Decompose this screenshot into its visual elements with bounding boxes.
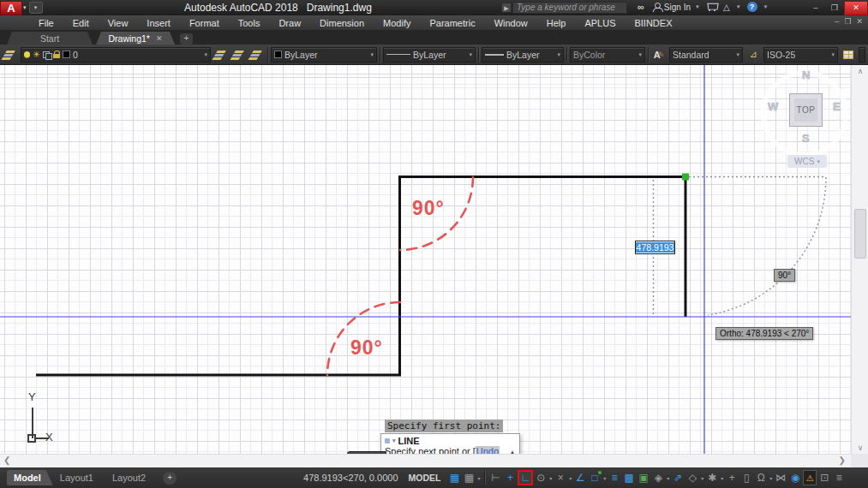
layer-viewport-icon[interactable] (43, 51, 51, 58)
graphics-performance-icon[interactable]: ⋈ (774, 470, 787, 485)
menu-item-window[interactable]: Window (485, 16, 537, 30)
horizontal-scrollbar[interactable]: ❮ ❯ (0, 454, 851, 467)
osnap-3d-icon[interactable]: ◈ (651, 470, 665, 485)
chevron-down-icon[interactable] (736, 51, 739, 58)
layer-on-bulb-icon[interactable] (24, 51, 30, 57)
chevron-down-icon[interactable] (638, 51, 642, 58)
polar-tracking-icon[interactable]: ⊙ (534, 470, 548, 485)
menu-item-insert[interactable]: Insert (137, 16, 180, 30)
store-cart-icon[interactable] (708, 3, 718, 11)
isolate-objects-icon[interactable]: ⊡ (817, 470, 831, 485)
menu-item-draw[interactable]: Draw (269, 16, 310, 30)
menu-item-edit[interactable]: Edit (63, 16, 99, 30)
layer-dropdown[interactable]: ☀ 0 (21, 47, 211, 62)
viewcube[interactable]: N W E S TOP WCS (754, 65, 851, 176)
viewcube-top-face[interactable]: TOP (789, 93, 823, 127)
chevron-down-icon[interactable] (603, 475, 606, 481)
viewcube-wcs-dropdown[interactable]: WCS (787, 155, 827, 168)
sign-in-button[interactable]: Sign In (664, 3, 691, 12)
menu-item-parametric[interactable]: Parametric (420, 16, 484, 30)
app-menu-chevron-icon[interactable]: ▾ (23, 4, 27, 11)
menu-item-file[interactable]: File (29, 16, 63, 30)
tab-layout2[interactable]: Layout2 (105, 470, 158, 485)
table-style-dropdown[interactable]: Standard (859, 47, 865, 62)
chevron-down-icon[interactable] (204, 51, 207, 58)
layer-lock-icon[interactable] (53, 54, 60, 58)
text-style-button[interactable]: A✎ (651, 47, 667, 62)
tab-layout1[interactable]: Layout1 (53, 470, 105, 485)
new-layout-button[interactable]: + (163, 472, 177, 485)
ortho-mode-icon[interactable]: ∟ (518, 470, 533, 485)
transparency-icon[interactable]: ▩ (622, 470, 636, 485)
search-binoculars-icon[interactable]: ∞ (638, 2, 644, 12)
color-dropdown[interactable]: ByLayer (271, 47, 377, 62)
viewcube-west[interactable]: W (768, 100, 778, 113)
lock-ui-icon[interactable]: Ω (754, 470, 768, 485)
infer-constraints-icon[interactable]: ⊢ (488, 470, 502, 485)
linetype-dropdown[interactable]: ByLayer (383, 47, 476, 62)
layer-freeze-sun-icon[interactable]: ☀ (33, 50, 40, 59)
clean-screen-icon[interactable]: ◉ (788, 470, 802, 485)
menu-item-dimension[interactable]: Dimension (310, 16, 374, 30)
menu-item-modify[interactable]: Modify (374, 16, 420, 30)
scroll-down-icon[interactable]: ∨ (852, 443, 868, 452)
menu-item-aplus[interactable]: APLUS (575, 16, 625, 30)
vertical-scrollbar[interactable]: ∧ ∨ (851, 65, 868, 454)
minimize-button[interactable]: – (806, 1, 825, 15)
help-chevron-icon[interactable]: ▼ (763, 4, 769, 9)
chevron-down-icon[interactable] (721, 475, 723, 481)
new-tab-button[interactable]: + (180, 33, 193, 45)
chevron-down-icon[interactable] (831, 51, 835, 58)
text-style-dropdown[interactable]: Standard (669, 47, 743, 62)
doc-minimize-button[interactable]: – (835, 17, 839, 26)
chevron-down-icon[interactable] (769, 475, 772, 481)
make-layer-current-button[interactable] (213, 47, 229, 62)
doc-close-button[interactable]: ✕ (856, 17, 863, 26)
doc-restore-button[interactable]: ❐ (844, 17, 851, 26)
menu-item-format[interactable]: Format (180, 16, 229, 30)
isodraft-icon[interactable]: × (554, 470, 567, 485)
grid-display-icon[interactable]: ▦ (447, 470, 461, 485)
menu-item-tools[interactable]: Tools (229, 16, 270, 30)
lineweight-dropdown[interactable]: ByLayer (482, 47, 564, 62)
help-icon[interactable]: ? (747, 2, 757, 12)
chevron-down-icon[interactable] (549, 475, 552, 481)
close-button[interactable]: ✕ (844, 1, 868, 15)
search-input[interactable]: Type a keyword or phrase (512, 2, 627, 14)
autodesk-exchange-icon[interactable]: △ (723, 3, 730, 12)
chevron-down-icon[interactable] (477, 475, 480, 481)
dynamic-input-field[interactable]: 478.9193 (635, 241, 675, 254)
plot-style-dropdown[interactable]: ByColor (570, 47, 645, 62)
tab-drawing1[interactable]: Drawing1*✕ (96, 32, 175, 45)
layer-previous-button[interactable] (231, 47, 247, 62)
app-logo[interactable]: A (0, 1, 22, 15)
viewcube-east[interactable]: E (833, 100, 841, 113)
gizmo-icon[interactable]: ✱ (705, 470, 719, 485)
drawing-canvas[interactable]: 90° 90° 478.9193 90° Ortho: 478.9193 < 2… (0, 65, 868, 467)
search-go-button[interactable]: ▶ (501, 3, 512, 13)
chevron-down-icon[interactable] (569, 475, 572, 481)
dim-style-button[interactable]: ⊿ (745, 47, 761, 62)
dynamic-ucs-icon[interactable]: ⇗ (671, 470, 685, 485)
chevron-down-icon[interactable] (370, 51, 374, 58)
viewcube-south[interactable]: S (802, 132, 810, 145)
autoscale-icon[interactable]: ▯ (739, 470, 753, 485)
table-style-button[interactable] (841, 47, 856, 62)
lineweight-icon[interactable]: ≡ (608, 470, 621, 485)
dynamic-input-icon[interactable]: + (503, 470, 517, 485)
menu-item-help[interactable]: Help (537, 16, 576, 30)
dim-style-dropdown[interactable]: ISO-25 (763, 47, 838, 62)
layer-states-button[interactable] (249, 47, 265, 62)
selection-cycling-icon[interactable]: ▣ (637, 470, 650, 485)
viewcube-north[interactable]: N (802, 68, 810, 81)
chevron-down-icon[interactable] (557, 51, 560, 58)
vertical-scroll-thumb[interactable] (854, 209, 866, 259)
sign-in-chevron-icon[interactable]: ▼ (695, 4, 700, 9)
menu-item-biindex[interactable]: BIINDEX (625, 16, 681, 30)
object-snap-icon[interactable]: □ (588, 470, 602, 485)
scroll-right-icon[interactable]: ❯ (839, 455, 846, 465)
tab-close-icon[interactable]: ✕ (156, 34, 163, 43)
menu-item-view[interactable]: View (99, 16, 138, 30)
restore-button[interactable]: ❐ (825, 1, 844, 15)
scroll-up-icon[interactable]: ∧ (852, 67, 868, 75)
